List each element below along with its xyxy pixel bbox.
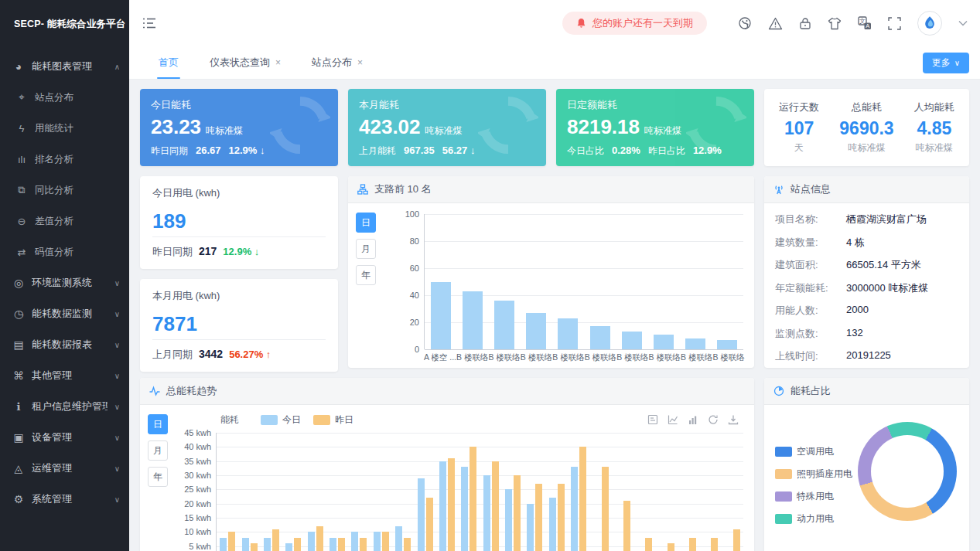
trend-bar-今日[interactable] [461, 467, 468, 551]
trend-bar-昨日[interactable] [316, 526, 323, 551]
trend-bar-昨日[interactable] [228, 532, 235, 551]
fullscreen-icon[interactable] [888, 17, 901, 30]
tab-close-icon[interactable]: × [275, 57, 281, 68]
trend-bar-今日[interactable] [330, 538, 336, 551]
trend-bar-昨日[interactable] [558, 484, 565, 551]
tab-站点分布[interactable]: 站点分布× [296, 46, 378, 79]
period-toggle-月[interactable]: 月 [356, 239, 376, 259]
trend-bar-昨日[interactable] [294, 538, 301, 551]
trend-bar-今日[interactable] [395, 526, 402, 551]
trend-bar-昨日[interactable] [492, 461, 499, 551]
branch-bar[interactable] [717, 340, 737, 349]
trend-bar-昨日[interactable] [338, 538, 345, 551]
warning-icon[interactable] [768, 17, 783, 30]
trend-bar-今日[interactable] [242, 538, 249, 551]
trend-bar-今日[interactable] [505, 489, 512, 551]
tab-close-icon[interactable]: × [357, 57, 363, 68]
legend-item-昨日[interactable]: 昨日 [313, 413, 353, 427]
trend-bar-昨日[interactable] [470, 447, 476, 551]
kpi-card-日定额能耗[interactable]: 日定额能耗8219.18吨标准煤今日占比0.28%昨日占比12.9% [556, 89, 754, 166]
trend-bar-昨日[interactable] [272, 529, 279, 551]
avatar[interactable] [917, 11, 942, 36]
more-button[interactable]: 更多 ∨ [923, 53, 969, 73]
line-chart-icon[interactable] [668, 414, 678, 425]
legend-item-今日[interactable]: 今日 [261, 413, 301, 427]
trend-bar-昨日[interactable] [579, 447, 586, 551]
sidebar-subitem-码值分析[interactable]: ⇄码值分析 [0, 236, 129, 267]
branch-bar[interactable] [494, 301, 514, 349]
tab-仪表状态查询[interactable]: 仪表状态查询× [194, 46, 296, 79]
chevron-down-icon[interactable] [958, 20, 968, 26]
trend-bar-今日[interactable] [351, 532, 358, 551]
trend-bar-昨日[interactable] [711, 538, 718, 551]
trend-bar-今日[interactable] [418, 478, 425, 551]
sidebar-collapse-icon[interactable] [143, 18, 157, 29]
branch-bar[interactable] [685, 338, 705, 349]
sidebar-item-能耗数据报表[interactable]: ▤能耗数据报表∨ [0, 329, 129, 360]
pie-legend-item-照明插座用电[interactable]: 照明插座用电 [775, 468, 852, 481]
branch-bar[interactable] [654, 335, 674, 349]
branch-bar[interactable] [622, 332, 642, 349]
language-icon[interactable]: 文A [858, 16, 872, 30]
branch-bar[interactable] [463, 291, 483, 349]
period-toggle-年[interactable]: 年 [356, 265, 376, 285]
trend-bar-今日[interactable] [285, 543, 292, 551]
trend-bar-昨日[interactable] [514, 475, 521, 551]
trend-bar-昨日[interactable] [251, 543, 258, 551]
branch-bar[interactable] [431, 282, 451, 350]
trend-bar-今日[interactable] [549, 498, 556, 551]
data-view-icon[interactable] [647, 414, 658, 425]
trend-bar-今日[interactable] [483, 475, 490, 551]
trend-bar-今日[interactable] [374, 532, 381, 551]
trend-bar-今日[interactable] [308, 532, 315, 551]
sidebar-subitem-排名分析[interactable]: ılı排名分析 [0, 144, 129, 175]
trend-bar-昨日[interactable] [645, 538, 652, 551]
trend-bar-昨日[interactable] [426, 498, 433, 551]
sidebar-item-系统管理[interactable]: ⚙系统管理∨ [0, 484, 129, 515]
kpi-card-本月能耗[interactable]: 本月能耗423.02吨标准煤上月能耗967.3556.27 ↓ [348, 89, 546, 166]
trend-bar-昨日[interactable] [382, 532, 389, 551]
sidebar-item-能耗图表管理[interactable]: ◕能耗图表管理∧ [0, 51, 129, 82]
theme-skin-icon[interactable] [828, 17, 842, 30]
trend-bar-昨日[interactable] [404, 538, 411, 551]
donut-chart[interactable] [858, 422, 957, 521]
branch-bar[interactable] [558, 318, 578, 349]
sidebar-subitem-用能统计[interactable]: ϟ用能统计 [0, 113, 129, 144]
theme-palette-icon[interactable] [738, 16, 752, 30]
lock-icon[interactable] [799, 17, 811, 30]
trend-bar-昨日[interactable] [668, 543, 674, 551]
sidebar-subitem-同比分析[interactable]: ⧉同比分析 [0, 175, 129, 206]
sidebar-subitem-站点分布[interactable]: ⌖站点分布 [0, 82, 129, 113]
bar-chart-icon[interactable] [688, 414, 698, 425]
pie-legend-item-空调用电[interactable]: 空调用电 [775, 445, 852, 458]
account-expiry-alert[interactable]: 您的账户还有一天到期 [562, 12, 707, 35]
refresh-icon[interactable] [708, 414, 719, 425]
trend-bar-今日[interactable] [220, 538, 227, 551]
sidebar-subitem-差值分析[interactable]: ⊖差值分析 [0, 206, 129, 236]
trend-bar-昨日[interactable] [623, 501, 630, 551]
trend-bar-昨日[interactable] [689, 538, 696, 551]
sidebar-item-运维管理[interactable]: ◬运维管理∨ [0, 453, 129, 484]
pie-legend-item-动力用电[interactable]: 动力用电 [775, 512, 852, 525]
sidebar-item-其他管理[interactable]: ⌘其他管理∨ [0, 360, 129, 391]
sidebar-item-设备管理[interactable]: ▣设备管理∨ [0, 422, 129, 453]
sidebar-item-能耗数据监测[interactable]: ◷能耗数据监测∨ [0, 298, 129, 329]
period-toggle-年[interactable]: 年 [148, 467, 168, 487]
sidebar-item-环境监测系统[interactable]: ◎环境监测系统∨ [0, 267, 129, 298]
trend-bar-今日[interactable] [439, 461, 446, 551]
trend-bar-昨日[interactable] [535, 484, 542, 551]
trend-bar-今日[interactable] [527, 504, 534, 551]
period-toggle-月[interactable]: 月 [148, 440, 168, 461]
period-toggle-日[interactable]: 日 [356, 213, 376, 233]
trend-bar-昨日[interactable] [360, 538, 367, 551]
sidebar-item-租户信息维护管理[interactable]: ℹ租户信息维护管理∨ [0, 391, 129, 422]
pie-legend-item-特殊用电[interactable]: 特殊用电 [775, 490, 852, 503]
branch-bar[interactable] [526, 313, 546, 349]
trend-bar-今日[interactable] [571, 467, 578, 551]
branch-bar[interactable] [590, 326, 610, 349]
kpi-card-今日能耗[interactable]: 今日能耗23.23吨标准煤昨日同期26.6712.9% ↓ [140, 89, 338, 166]
trend-bar-今日[interactable] [264, 538, 271, 551]
download-icon[interactable] [728, 414, 739, 425]
tab-首页[interactable]: 首页 [143, 46, 194, 79]
trend-bar-昨日[interactable] [448, 458, 455, 551]
